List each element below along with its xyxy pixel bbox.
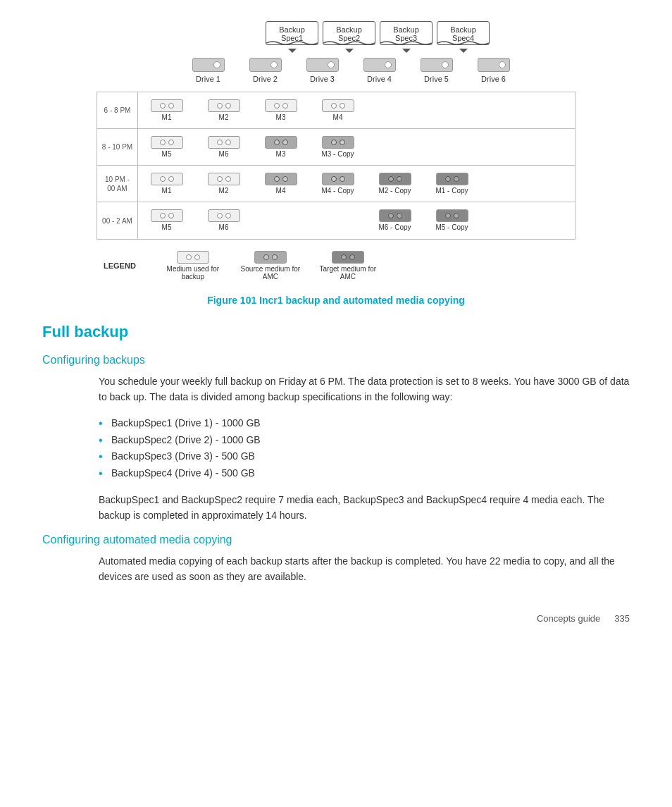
tape-m3-r2-src [265,136,297,149]
time-cell-4: 00 - 2 AM [97,202,138,239]
media-cells-4: M5 M6 M6 - Copy [138,207,575,235]
tape-m3copy-r2 [322,136,354,149]
spec-box-3: Backup Spec3 [380,21,433,45]
tape-m6-r4 [208,209,240,222]
col-3-3: M4 [254,173,307,195]
tape-m5-r4 [151,209,183,222]
tape-m1-r1 [151,99,183,112]
legend-item-source: Source medium for AMC [239,251,302,281]
legend-item-target: Target medium for AMC [316,251,380,281]
col-1-2: M2 [197,99,250,122]
page-footer: Concepts guide 335 [42,613,630,624]
col-4-6: M5 - Copy [425,209,478,232]
configuring-backups-para2: BackupSpec1 and BackupSpec2 require 7 me… [99,492,630,524]
drive-5: Drive 5 [410,58,463,83]
spec-box-4: Backup Spec4 [437,21,490,45]
diagram: Backup Spec1 Backup Spec2 Backup Spec3 B… [97,21,575,281]
col-3-4: M4 - Copy [311,173,364,195]
drive-icon-3 [306,58,339,72]
col-1-3: M3 [254,99,307,122]
time-cell-2: 8 - 10 PM [97,129,138,165]
col-4-5: M6 - Copy [368,209,421,232]
bullet-2: BackupSpec2 (Drive 2) - 1000 GB [99,432,630,449]
bullet-3: BackupSpec3 (Drive 3) - 500 GB [99,448,630,465]
drive-4: Drive 4 [353,58,406,83]
schedule-row-2: 8 - 10 PM M5 M6 [97,129,575,166]
drive-icon-6 [478,58,510,72]
backup-spec-list: BackupSpec1 (Drive 1) - 1000 GB BackupSp… [99,415,630,482]
tape-m4copy-r3 [322,173,354,185]
time-cell-3: 10 PM -00 AM [97,166,138,202]
spec-box-2: Backup Spec2 [323,21,375,45]
bullet-4: BackupSpec4 (Drive 4) - 500 GB [99,465,630,482]
schedule-row-4: 00 - 2 AM M5 M6 [97,202,575,239]
col-2-4: M3 - Copy [311,136,364,159]
tape-m1copy-r3 [436,173,468,185]
media-cells-3: M1 M2 M4 [138,170,575,198]
configuring-amc-heading: Configuring automated media copying [42,534,630,546]
configuring-amc-para1: Automated media copying of each backup s… [99,553,630,585]
col-1-1: M1 [140,99,193,122]
col-2-1: M5 [140,136,193,159]
drive-icon-2 [249,58,282,72]
bullet-1: BackupSpec1 (Drive 1) - 1000 GB [99,415,630,432]
drive-icon-1 [192,58,225,72]
tape-m2copy-r3 [379,173,411,185]
full-backup-heading: Full backup [42,323,630,341]
col-3-5: M2 - Copy [368,173,421,195]
tape-m3-r1 [265,99,297,112]
drive-icon-5 [421,58,453,72]
tape-m5copy-r4 [436,209,468,222]
tape-m4-r3-src [265,173,297,185]
configuring-backups-heading: Configuring backups [42,354,630,366]
tape-m2-r1 [208,99,240,112]
spec-boxes-row: Backup Spec1 Backup Spec2 Backup Spec3 B… [139,21,575,45]
figure-caption: Figure 101 Incr1 backup and automated me… [42,295,630,306]
drive-icon-4 [363,58,396,72]
schedule-row-1: 6 - 8 PM M1 M2 [97,92,575,129]
drive-3: Drive 3 [296,58,349,83]
drive-6: Drive 6 [467,58,520,83]
spec-box-1: Backup Spec1 [266,21,318,45]
legend-item-normal: Medium used for backup [161,251,225,281]
drive-row: Drive 1 Drive 2 Drive 3 Drive 4 Drive 5 [139,58,575,83]
media-cells-2: M5 M6 M3 [138,133,575,161]
drive-2: Drive 2 [239,58,292,83]
configuring-backups-para1: You schedule your weekly full backup on … [99,374,630,405]
footer-text: Concepts guide [537,613,600,624]
tape-m4-r1 [322,99,354,112]
media-cells-1: M1 M2 M3 [138,97,575,125]
schedule-row-3: 10 PM -00 AM M1 M2 [97,166,575,202]
col-2-2: M6 [197,136,250,159]
col-4-1: M5 [140,209,193,232]
tape-m6copy-r4 [379,209,411,222]
tape-m2-r3 [208,173,240,185]
col-3-2: M2 [197,173,250,195]
legend-row: LEGEND Medium used for backup Source med… [97,251,575,281]
col-2-3: M3 [254,136,307,159]
col-3-1: M1 [140,173,193,195]
page-number: 335 [614,613,630,624]
time-cell-1: 6 - 8 PM [97,92,138,128]
schedule-grid: 6 - 8 PM M1 M2 [97,92,575,240]
col-4-2: M6 [197,209,250,232]
col-3-6: M1 - Copy [425,173,478,195]
tape-m1-r3 [151,173,183,185]
col-1-4: M4 [311,99,364,122]
drive-1: Drive 1 [182,58,235,83]
tape-m6-r2 [208,136,240,149]
tape-m5-r2 [151,136,183,149]
